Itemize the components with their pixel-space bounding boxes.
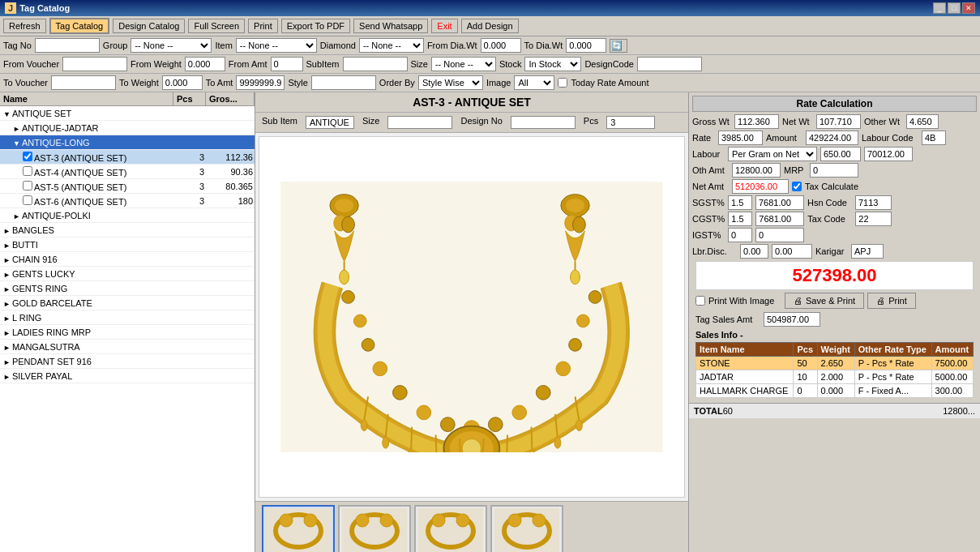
igst-amt-input[interactable]	[755, 228, 804, 242]
tree-row[interactable]: ►GENTS LUCKY	[0, 267, 255, 281]
tree-row[interactable]: ▼ANTIQUE-LONG	[0, 135, 255, 150]
expand-icon[interactable]: ►	[3, 315, 11, 323]
item-select[interactable]: -- None --	[236, 38, 317, 53]
expand-icon[interactable]: ►	[13, 212, 20, 220]
tree-item-checkbox[interactable]	[23, 195, 32, 205]
labour-amt-input[interactable]	[864, 147, 913, 161]
from-weight-input[interactable]	[185, 57, 225, 71]
labour-type-select[interactable]: Per Gram on Net	[728, 147, 817, 161]
other-wt-input[interactable]	[906, 114, 939, 129]
size-select[interactable]: -- None --	[431, 57, 496, 71]
tree-row[interactable]: AST-6 (ANTIQUE SET)3180	[0, 194, 255, 208]
expand-icon[interactable]: ►	[3, 344, 11, 352]
to-weight-input[interactable]	[162, 75, 203, 90]
save-print-button[interactable]: 🖨 Save & Print	[785, 293, 864, 309]
exit-button[interactable]: Exit	[431, 19, 457, 33]
karigar-input[interactable]	[851, 244, 884, 259]
today-rate-checkbox[interactable]	[558, 78, 567, 88]
tree-item-checkbox[interactable]	[23, 181, 32, 190]
order-by-select[interactable]: Style Wise	[418, 75, 483, 90]
expand-icon[interactable]: ►	[3, 329, 11, 337]
sgst-amt-input[interactable]	[755, 195, 804, 210]
thumbnail-AST-3[interactable]: AST-3	[262, 505, 335, 552]
cgst-pct-input[interactable]	[728, 212, 752, 226]
tree-row[interactable]: AST-5 (ANTIQUE SET)380.365	[0, 179, 255, 194]
tree-row[interactable]: ►BUTTI	[0, 237, 255, 252]
from-amt-input[interactable]	[271, 57, 303, 71]
tag-no-input[interactable]	[35, 38, 100, 53]
tag-catalog-button[interactable]: Tag Catalog	[49, 18, 110, 34]
expand-icon[interactable]: ►	[3, 285, 11, 293]
tree-item-checkbox[interactable]	[23, 166, 32, 176]
tax-code-input[interactable]	[855, 212, 892, 226]
sgst-pct-input[interactable]	[728, 195, 752, 210]
hsn-code-input[interactable]	[855, 195, 892, 210]
cgst-amt-input[interactable]	[755, 212, 804, 226]
full-screen-button[interactable]: Full Screen	[188, 19, 245, 33]
labour-code-input[interactable]	[922, 131, 946, 145]
print-button[interactable]: Print	[248, 19, 278, 33]
expand-icon[interactable]: ▼	[13, 139, 20, 148]
expand-icon[interactable]: ►	[3, 242, 11, 250]
maximize-button[interactable]: □	[948, 2, 961, 14]
tree-row[interactable]: ►MANGALSUTRA	[0, 340, 255, 354]
expand-icon[interactable]: ►	[3, 358, 11, 366]
refresh-button[interactable]: Refresh	[3, 19, 46, 33]
expand-icon[interactable]: ►	[3, 227, 11, 235]
igst-pct-input[interactable]	[728, 228, 752, 242]
lbr-disc-pct-input[interactable]	[740, 244, 768, 259]
labour-value-input[interactable]	[820, 147, 861, 161]
thumbnail-AST-5[interactable]: AST-5	[414, 505, 487, 552]
image-select[interactable]: All	[514, 75, 554, 90]
tree-row[interactable]: ►GOLD BARCELATE	[0, 296, 255, 310]
send-whatsapp-button[interactable]: Send Whatsapp	[353, 19, 428, 33]
refresh-filter-button[interactable]: 🔄	[610, 39, 627, 53]
minimize-button[interactable]: _	[933, 2, 946, 14]
tree-row[interactable]: ►GENTS RING	[0, 281, 255, 296]
net-amt-input[interactable]	[732, 179, 789, 194]
tree-row[interactable]: AST-4 (ANTIQUE SET)390.36	[0, 165, 255, 179]
style-input[interactable]	[311, 75, 376, 90]
mrp-input[interactable]	[810, 163, 858, 178]
gross-wt-input[interactable]	[734, 114, 779, 129]
tree-row[interactable]: ►BANGLES	[0, 223, 255, 237]
expand-icon[interactable]: ►	[3, 256, 11, 264]
print-only-button[interactable]: 🖨 Print	[867, 293, 916, 309]
expand-icon[interactable]: ►	[3, 271, 11, 279]
thumbnail-AST-4[interactable]: AST-4	[338, 505, 411, 552]
expand-icon[interactable]: ►	[3, 373, 11, 381]
add-design-button[interactable]: Add Design	[461, 19, 519, 33]
lbr-disc-amt-input[interactable]	[772, 244, 812, 259]
tree-row[interactable]: AST-3 (ANTIQUE SET)3112.36	[0, 150, 255, 165]
rate-input[interactable]	[718, 131, 763, 145]
amount-input[interactable]	[806, 131, 858, 145]
export-pdf-button[interactable]: Export To PDF	[281, 19, 350, 33]
tree-row[interactable]: ►ANTIQUE-POLKI	[0, 208, 255, 223]
oth-amt-input[interactable]	[732, 163, 781, 178]
tree-item-checkbox[interactable]	[23, 152, 32, 161]
diamond-select[interactable]: -- None --	[359, 38, 424, 53]
tree-row[interactable]: ►PENDANT SET 916	[0, 354, 255, 369]
tag-sales-amt-input[interactable]	[764, 312, 820, 327]
to-voucher-input[interactable]	[51, 75, 116, 90]
expand-icon[interactable]: ►	[13, 125, 20, 133]
from-voucher-input[interactable]	[62, 57, 127, 71]
tree-row[interactable]: ►ANTIQUE-JADTAR	[0, 121, 255, 135]
tax-calc-checkbox[interactable]	[792, 182, 802, 191]
tree-row[interactable]: ►CHAIN 916	[0, 252, 255, 267]
close-button[interactable]: ✕	[962, 2, 975, 14]
sub-item-input[interactable]	[343, 57, 408, 71]
from-dia-wt-input[interactable]	[481, 38, 521, 53]
print-with-image-checkbox[interactable]	[695, 296, 705, 306]
tree-row[interactable]: ►LADIES RING MRP	[0, 325, 255, 340]
net-wt-input[interactable]	[816, 114, 861, 129]
design-catalog-button[interactable]: Design Catalog	[113, 19, 185, 33]
to-dia-wt-input[interactable]	[566, 38, 606, 53]
tree-row[interactable]: ►SILVER PAYAL	[0, 369, 255, 383]
tree-row[interactable]: ►L RING	[0, 310, 255, 325]
group-select[interactable]: -- None --	[131, 38, 212, 53]
design-code-input[interactable]	[637, 57, 702, 71]
tree-row[interactable]: ▼ANTIQUE SET	[0, 106, 255, 121]
to-amt-input[interactable]	[236, 75, 285, 90]
expand-icon[interactable]: ►	[3, 300, 11, 308]
